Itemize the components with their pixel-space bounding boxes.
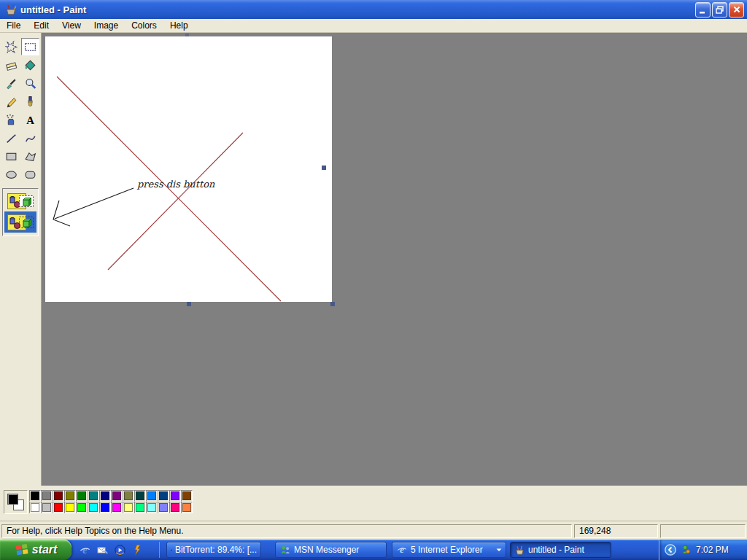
palette-swatch[interactable] [99, 490, 111, 502]
restore-button[interactable] [712, 2, 727, 18]
tool-line[interactable] [2, 129, 20, 147]
taskbar-button-bittorrent[interactable]: BitTorrent: 89.4%: [... [166, 542, 261, 558]
palette-swatch[interactable] [88, 502, 99, 513]
opaque-selection-icon [7, 192, 34, 211]
menu-help[interactable]: Help [163, 19, 195, 32]
paint-window: untitled - Paint File Edit View Image Co… [0, 0, 747, 560]
canvas-resize-handle-corner[interactable] [330, 302, 335, 306]
svg-text:A: A [26, 114, 34, 125]
palette-swatch[interactable] [111, 502, 123, 513]
palette-swatch[interactable] [146, 502, 158, 513]
palette-swatch[interactable] [64, 502, 76, 513]
taskbar-button-label: BitTorrent: 89.4%: [... [175, 545, 257, 555]
palette-swatch[interactable] [76, 502, 88, 513]
start-label: start [32, 543, 58, 556]
tool-rounded-rectangle[interactable] [21, 166, 39, 183]
menu-edit[interactable]: Edit [27, 19, 55, 32]
msn-messenger-tray-icon[interactable] [680, 544, 692, 556]
palette-swatch[interactable] [134, 490, 146, 502]
tool-rectangle[interactable] [2, 147, 20, 165]
palette-swatch[interactable] [169, 502, 181, 513]
tool-eraser[interactable] [2, 56, 20, 74]
tool-grid: A [2, 38, 40, 184]
palette-swatch[interactable] [134, 502, 146, 513]
palette-swatch[interactable] [41, 490, 53, 502]
tool-airbrush[interactable] [2, 111, 20, 128]
palette-swatch[interactable] [111, 490, 123, 502]
internet-explorer-icon: e [396, 544, 408, 556]
palette-swatch[interactable] [53, 502, 64, 513]
palette-swatch[interactable] [76, 490, 88, 502]
menu-colors[interactable]: Colors [125, 19, 163, 32]
palette-swatch[interactable] [181, 502, 193, 513]
restore-icon [715, 5, 724, 15]
canvas-resize-handle-top[interactable] [185, 34, 189, 36]
bittorrent-icon [171, 545, 172, 556]
palette-swatch[interactable] [64, 490, 76, 502]
status-selection-size [660, 524, 746, 538]
menu-bar: File Edit View Image Colors Help [0, 19, 747, 33]
taskbar-button-internet-explorer-group[interactable]: e 5 Internet Explorer [392, 542, 506, 558]
current-colors-indicator [4, 490, 28, 514]
start-button[interactable]: start [0, 540, 71, 560]
palette-swatch[interactable] [146, 490, 158, 502]
palette-swatch[interactable] [181, 490, 193, 502]
tool-curve[interactable] [21, 129, 39, 147]
palette-swatch[interactable] [99, 502, 111, 513]
palette-swatch[interactable] [158, 502, 169, 513]
tool-pencil[interactable] [2, 93, 20, 110]
menu-view[interactable]: View [55, 19, 88, 32]
palette-swatch[interactable] [158, 490, 169, 502]
option-transparent-selection[interactable] [4, 211, 36, 233]
tool-brush[interactable] [21, 93, 39, 110]
windows-logo-icon [15, 542, 29, 557]
tool-text[interactable]: A [21, 111, 39, 128]
paint-canvas[interactable]: press dis button [45, 36, 332, 302]
palette-swatch[interactable] [123, 502, 134, 513]
menu-image[interactable]: Image [88, 19, 125, 32]
winamp-icon[interactable] [131, 544, 144, 556]
palette-swatch[interactable] [88, 490, 99, 502]
tray-clock: 7:02 PM [696, 545, 729, 555]
taskbar-button-paint[interactable]: untitled - Paint [510, 542, 611, 558]
palette-swatch[interactable] [29, 490, 41, 502]
taskbar: start e [0, 540, 747, 560]
media-player-icon[interactable] [114, 544, 126, 556]
status-pointer-coords: 169,248 [574, 524, 658, 538]
tool-box: A [0, 33, 42, 486]
taskbar-button-msn-messenger[interactable]: MSN Messenger [275, 542, 387, 558]
tool-pick-color[interactable] [2, 74, 20, 92]
rounded-rectangle-icon [23, 168, 37, 182]
outlook-express-icon[interactable] [96, 544, 109, 556]
text-icon: A [23, 113, 37, 127]
tool-ellipse[interactable] [2, 166, 20, 183]
tool-fill-with-color[interactable] [21, 56, 39, 74]
window-title: untitled - Paint [20, 4, 694, 15]
tool-polygon[interactable] [21, 147, 39, 165]
palette-swatch[interactable] [29, 502, 41, 513]
palette-grid [29, 490, 193, 513]
tray-chevron-icon[interactable] [664, 543, 677, 556]
internet-explorer-icon[interactable]: e [79, 544, 91, 556]
palette-swatch[interactable] [41, 502, 53, 513]
eraser-icon [4, 58, 18, 72]
palette-swatch[interactable] [169, 490, 181, 502]
tool-free-form-select[interactable] [2, 38, 20, 55]
fill-icon [23, 58, 37, 72]
airbrush-icon [4, 113, 18, 127]
canvas-resize-handle-right[interactable] [322, 166, 326, 170]
workspace: press dis button [42, 33, 747, 486]
pencil-icon [4, 95, 18, 109]
palette-swatch[interactable] [53, 490, 64, 502]
status-help-text: For Help, click Help Topics on the Help … [1, 524, 572, 538]
taskbar-button-label: 5 Internet Explorer [411, 545, 483, 555]
tool-magnifier[interactable] [21, 74, 39, 92]
palette-swatch[interactable] [123, 490, 134, 502]
option-opaque-selection[interactable] [4, 190, 36, 211]
svg-text:e: e [82, 544, 87, 556]
close-button[interactable] [729, 2, 744, 18]
tool-select[interactable] [21, 38, 39, 55]
menu-file[interactable]: File [0, 19, 27, 32]
canvas-resize-handle-bottom[interactable] [187, 302, 191, 306]
minimize-button[interactable] [695, 2, 711, 18]
